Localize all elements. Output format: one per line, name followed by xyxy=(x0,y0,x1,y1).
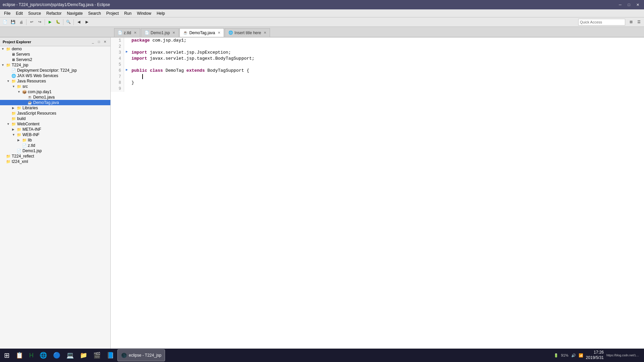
tab-insert-title-here[interactable]: 🌐Insert title here✕ xyxy=(225,28,270,37)
sidebar-header: Project Explorer _ □ ✕ xyxy=(0,38,110,46)
title-bar: eclipse - T224_jsp/src/com/jsp/day1/Demo… xyxy=(0,0,644,9)
tree-item-demo1.jsp[interactable]: 📄Demo1.jsp xyxy=(0,148,110,154)
toolbar-run[interactable]: ▶ xyxy=(46,18,54,26)
tree-item-t224_reflect[interactable]: 📁T224_reflect xyxy=(0,154,110,159)
menu-item-edit[interactable]: Edit xyxy=(13,9,25,17)
taskbar-app8[interactable]: 📘 xyxy=(104,349,117,361)
toolbar-redo[interactable]: ↪ xyxy=(36,18,43,26)
arrow-17: ▶ xyxy=(17,138,22,142)
toolbar-debug[interactable]: 🐛 xyxy=(54,18,62,26)
tab-z.tld[interactable]: 📄z.tld✕ xyxy=(114,28,140,37)
file-icon-19: 📄 xyxy=(17,149,21,153)
tree-item-com.jsp.day1[interactable]: ▼📦com.jsp.day1 xyxy=(0,89,110,95)
file-icon-13: 📁 xyxy=(11,117,16,121)
tree-item-demo1.java[interactable]: ☕Demo1.java xyxy=(0,95,110,100)
file-icon-21: 📁 xyxy=(6,160,11,164)
close-button[interactable]: ✕ xyxy=(634,2,641,8)
taskbar-app5[interactable]: 💻 xyxy=(64,349,76,361)
menu-item-help[interactable]: Help xyxy=(154,9,168,17)
tree-label-4: Deployment Descriptor: T224_jsp xyxy=(17,68,77,73)
menu-item-navigate[interactable]: Navigate xyxy=(64,9,85,17)
line-number-1: 1 xyxy=(111,38,124,44)
tree-item-javascript-resources[interactable]: 📁JavaScript Resources xyxy=(0,111,110,116)
tab-close-0[interactable]: ✕ xyxy=(134,31,137,35)
tree-item-t224_jsp[interactable]: ▼📁T224_jsp xyxy=(0,62,110,68)
taskbar-eclipse-app[interactable]: 🌑 eclipse - T224_jsp xyxy=(117,349,165,361)
menu-item-search[interactable]: Search xyxy=(86,9,104,17)
taskbar-media[interactable]: 🎬 xyxy=(91,349,103,361)
system-clock: 17:26 2019/5/31 xyxy=(586,350,604,360)
tab-close-3[interactable]: ✕ xyxy=(264,31,266,35)
tree-label-12: JavaScript Resources xyxy=(17,111,56,116)
tree-item-jax-ws-web-services[interactable]: 🌐JAX-WS Web Services xyxy=(0,73,110,78)
start-button[interactable]: ⊞ xyxy=(1,349,12,361)
tree-item-deployment-descriptor:-t224_jsp[interactable]: 📄Deployment Descriptor: T224_jsp xyxy=(0,68,110,73)
tab-icon-2: ☕ xyxy=(183,31,188,35)
tree-item-demo[interactable]: ▼📁demo xyxy=(0,46,110,52)
taskbar-task-manager[interactable]: 📋 xyxy=(13,349,26,361)
collapse-icon-6[interactable]: ▶ xyxy=(126,68,128,72)
toolbar-save[interactable]: 💾 xyxy=(9,18,17,26)
menu-item-project[interactable]: Project xyxy=(104,9,121,17)
line-number-4: 4 xyxy=(111,56,124,62)
tree-item-web-inf[interactable]: ▼📁WEB-INF xyxy=(0,132,110,137)
toolbar-print[interactable]: 🖨 xyxy=(17,18,25,26)
menu-item-file[interactable]: File xyxy=(1,9,13,17)
taskbar-excel[interactable]: H xyxy=(26,349,36,361)
tree-item-servers2[interactable]: 🖥Servers2 xyxy=(0,57,110,62)
sidebar-tree: ▼📁demo🖥Servers🖥Servers2▼📁T224_jsp📄Deploy… xyxy=(0,46,110,164)
tree-item-lib[interactable]: ▶📁lib xyxy=(0,137,110,143)
tree-label-14: WebContent xyxy=(17,122,40,126)
minimize-button[interactable]: ─ xyxy=(616,2,624,8)
taskbar-chrome[interactable]: 🌐 xyxy=(37,349,50,361)
tree-item-java-resources[interactable]: ▼📁Java Resources xyxy=(0,78,110,84)
sidebar-title: Project Explorer xyxy=(3,40,31,44)
taskbar-explorer[interactable]: 📁 xyxy=(77,349,90,361)
tree-item-webcontent[interactable]: ▼📁WebContent xyxy=(0,121,110,127)
tree-item-t224_xml[interactable]: 📁t224_xml xyxy=(0,159,110,164)
code-line-3: 3▶import javax.servlet.jsp.JspException; xyxy=(111,50,644,56)
file-icon-0: 📁 xyxy=(6,47,11,51)
toolbar-undo[interactable]: ↩ xyxy=(28,18,35,26)
sidebar-close[interactable]: ✕ xyxy=(102,39,108,45)
collapse-icon-3[interactable]: ▶ xyxy=(126,50,128,54)
arrow-16: ▼ xyxy=(12,133,17,136)
toolbar-search[interactable]: 🔍 xyxy=(65,18,72,26)
tree-label-17: lib xyxy=(28,138,32,142)
tree-item-servers[interactable]: 🖥Servers xyxy=(0,52,110,57)
sidebar-minimize[interactable]: _ xyxy=(90,39,96,45)
toolbar-prev[interactable]: ◀ xyxy=(75,18,83,26)
menu-item-source[interactable]: Source xyxy=(25,9,44,17)
quick-access-box[interactable]: Quick Access xyxy=(578,19,625,25)
tree-item-build[interactable]: 📁build xyxy=(0,116,110,121)
start-icon: ⊞ xyxy=(4,351,10,359)
file-icon-20: 📁 xyxy=(6,154,11,159)
tree-label-11: Libraries xyxy=(22,106,38,110)
file-icon-12: 📁 xyxy=(11,111,16,116)
maximize-button[interactable]: □ xyxy=(625,2,633,8)
toolbar-next[interactable]: ▶ xyxy=(83,18,91,26)
menu-item-refactor[interactable]: Refactor xyxy=(44,9,64,17)
tree-label-10: DemoTag.java xyxy=(33,100,59,105)
tab-demo1.jsp[interactable]: 📄Demo1.jsp✕ xyxy=(141,28,179,37)
code-editor[interactable]: 1package com.jsp.day1;23▶import javax.se… xyxy=(111,38,644,353)
perspective-list-button[interactable]: ☰ xyxy=(635,18,643,26)
open-perspective-button[interactable]: ⊞ xyxy=(627,18,635,26)
clock-date: 2019/5/31 xyxy=(586,355,604,361)
line-marker-6: ▶ xyxy=(124,68,129,72)
tree-label-15: META-INF xyxy=(22,127,41,132)
tab-demotag.java[interactable]: ☕DemoTag.java✕ xyxy=(179,28,224,37)
sidebar-maximize[interactable]: □ xyxy=(96,39,102,45)
file-icon-17: 📁 xyxy=(22,138,27,142)
menu-item-window[interactable]: Window xyxy=(134,9,154,17)
tree-item-demotag.java[interactable]: ☕DemoTag.java xyxy=(0,100,110,105)
tree-item-src[interactable]: ▼📁src xyxy=(0,84,110,89)
tab-close-2[interactable]: ✕ xyxy=(218,31,220,35)
taskbar-app4[interactable]: 🔵 xyxy=(50,349,63,361)
toolbar-new[interactable]: 📄 xyxy=(1,18,9,26)
tree-item-libraries[interactable]: ▶📁Libraries xyxy=(0,105,110,111)
menu-item-run[interactable]: Run xyxy=(121,9,134,17)
tree-item-meta-inf[interactable]: ▶📁META-INF xyxy=(0,127,110,132)
tab-close-1[interactable]: ✕ xyxy=(172,31,175,35)
tree-item-z.tld[interactable]: 📄z.tld xyxy=(0,143,110,148)
